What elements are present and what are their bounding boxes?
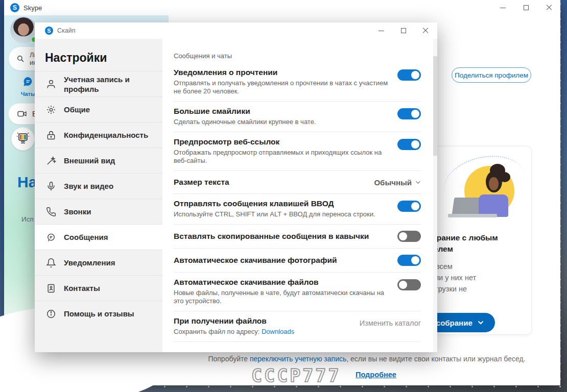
setting-description: Сохранить файл по адресу: Downloads — [174, 328, 294, 336]
setting-row-auto-download-photos: Автоматическое скачивание фотографий — [174, 249, 421, 273]
setting-title: Уведомления о прочтении — [174, 67, 394, 78]
setting-description: Сделать одиночные смайлики крупнее в чат… — [174, 118, 316, 126]
main-window-controls — [491, 0, 560, 15]
scrollbar-thumb[interactable] — [433, 56, 437, 156]
sidebar-item-appearance[interactable]: Внешний вид — [35, 148, 162, 173]
dialog-minimize-button[interactable] — [370, 22, 392, 39]
avatar[interactable] — [10, 17, 37, 43]
large-emoticons-toggle[interactable] — [397, 108, 421, 119]
dialog-title: Скайп — [57, 27, 75, 34]
sidebar-item-audio-video[interactable]: Звук и видео — [35, 173, 162, 199]
skype-logo-icon: S — [45, 27, 53, 35]
toggle-knob — [411, 202, 419, 210]
dialog-window-controls — [370, 22, 436, 39]
setting-title: Предпросмотр веб-ссылок — [174, 137, 394, 147]
downloads-folder-link[interactable]: Downloads — [262, 328, 294, 335]
microphone-icon — [46, 181, 56, 191]
switch-account-link[interactable]: переключить учетную запись — [250, 355, 346, 363]
dialog-titlebar: S Скайп — [35, 22, 437, 39]
paste-as-quote-toggle[interactable] — [397, 231, 421, 242]
hero-title-fragment: На — [17, 174, 37, 191]
setting-row-text-size: Размер текста Обычный — [174, 171, 421, 194]
sidebar-item-account[interactable]: Учетная запись и профиль — [35, 71, 162, 96]
highlight-bubble-button[interactable] — [11, 127, 35, 151]
maximize-icon — [401, 28, 406, 33]
sidebar-item-contacts[interactable]: Контакты — [35, 275, 162, 301]
contacts-book-icon — [46, 283, 56, 293]
person-icon — [46, 79, 56, 89]
maximize-button[interactable] — [514, 0, 537, 15]
change-folder-button[interactable]: Изменить каталог — [360, 318, 421, 327]
chats-icon — [22, 76, 34, 88]
captcha-text: СССР777 — [251, 365, 341, 386]
bell-icon — [46, 258, 56, 268]
sidebar-item-notifications[interactable]: Уведомления — [35, 250, 162, 275]
magic-wand-icon — [46, 156, 56, 166]
section-label: Сообщения и чаты — [174, 52, 421, 60]
main-window-title: Skype — [23, 4, 42, 12]
auto-download-files-toggle[interactable] — [397, 279, 421, 290]
content-scrollbar — [433, 39, 437, 352]
dialog-close-button[interactable] — [414, 22, 436, 39]
setting-row-file-location: При получении файлов Сохранить файл по а… — [174, 311, 421, 342]
search-icon — [16, 54, 25, 63]
dialog-maximize-button[interactable] — [392, 22, 414, 39]
setting-row-paste-as-quote: Вставлять скопированные сообщения в кавы… — [174, 225, 421, 249]
toggle-knob — [399, 232, 407, 240]
sidebar-item-messages[interactable]: Сообщения — [35, 224, 162, 250]
setting-title: Автоматическое скачивание фотографий — [174, 255, 337, 265]
sidebar-item-privacy[interactable]: Конфиденциальность — [35, 122, 162, 148]
close-icon — [546, 5, 552, 11]
close-button[interactable] — [537, 0, 560, 15]
hero-subtitle-fragment: Исп — [21, 215, 34, 223]
illustration-face — [489, 177, 499, 190]
setting-description: Отправлять и получать уведомления о проч… — [174, 79, 394, 95]
setting-row-large-emoticons: Большие смайлики Сделать одиночные смайл… — [174, 102, 421, 132]
toggle-knob — [411, 110, 419, 118]
setting-title: Размер текста — [174, 177, 229, 187]
setting-title: Вставлять скопированные сообщения в кавы… — [174, 231, 369, 241]
auto-download-photos-toggle[interactable] — [397, 255, 421, 266]
share-profile-button[interactable]: Поделиться профилем — [452, 67, 531, 83]
chevron-down-icon — [415, 181, 421, 184]
maximize-icon — [524, 5, 529, 10]
setting-row-link-preview: Предпросмотр веб-ссылок Отображать предп… — [174, 132, 421, 171]
gear-icon — [46, 105, 56, 115]
setting-title: Большие смайлики — [174, 106, 316, 116]
main-titlebar: S Skype — [4, 0, 560, 15]
setting-row-auto-download-files: Автоматическое скачивание файлов Новые ф… — [174, 273, 421, 311]
minimize-icon — [379, 31, 384, 31]
toggle-knob — [411, 140, 419, 149]
chevron-down-icon — [478, 321, 484, 325]
lock-icon — [46, 130, 56, 140]
setting-title: При получении файлов — [174, 316, 294, 326]
enter-sends-toggle[interactable] — [397, 201, 421, 212]
link-preview-toggle[interactable] — [397, 139, 421, 150]
message-bubble-icon — [46, 232, 56, 242]
settings-heading: Настройки — [35, 39, 162, 71]
illustration-laptop-base — [448, 214, 497, 217]
video-camera-icon — [17, 109, 27, 119]
read-receipts-toggle[interactable] — [397, 69, 421, 81]
toggle-knob — [411, 71, 419, 79]
details-link[interactable]: Подробнее — [356, 371, 396, 379]
phone-icon — [46, 207, 56, 217]
settings-sidebar: Настройки Учетная запись и профиль Общие… — [35, 39, 162, 352]
toggle-knob — [411, 256, 419, 264]
setting-title: Автоматическое скачивание файлов — [174, 277, 394, 287]
setting-row-read-receipts: Уведомления о прочтении Отправлять и пол… — [174, 63, 421, 102]
close-icon — [422, 28, 429, 34]
setting-title: Отправлять сообщения клавишей ВВОД — [174, 199, 375, 209]
sidebar-item-general[interactable]: Общие — [35, 96, 162, 122]
sidebar-item-help[interactable]: Помощь и отзывы — [35, 301, 162, 326]
setting-description: Используйте CTRL, SHIFT или ALT + ВВОД д… — [174, 210, 375, 218]
text-size-select[interactable]: Обычный — [374, 178, 421, 187]
footer-hint: Попробуйте переключить учетную запись, е… — [173, 355, 561, 363]
minimize-icon — [500, 8, 506, 8]
sidebar-item-calls[interactable]: Звонки — [35, 199, 162, 224]
toggle-knob — [399, 281, 407, 289]
minimize-button[interactable] — [491, 0, 514, 15]
setting-row-enter-sends: Отправлять сообщения клавишей ВВОД Испол… — [174, 194, 421, 225]
info-circle-icon — [46, 309, 56, 319]
settings-content: Сообщения и чаты Уведомления о прочтении… — [162, 39, 437, 352]
